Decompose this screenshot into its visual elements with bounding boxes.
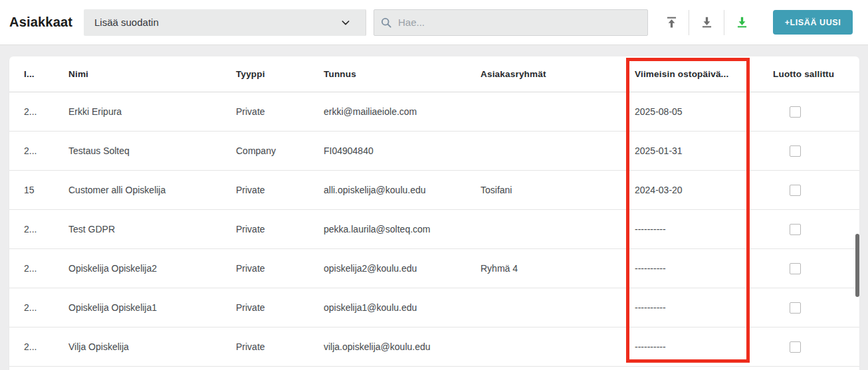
credit-checkbox[interactable] (790, 106, 801, 118)
credit-checkbox[interactable] (790, 341, 801, 353)
cell-last-purchase: ---------- (635, 302, 773, 313)
cell-code: opiskelija2@koulu.edu (324, 263, 481, 274)
cell-name: Opiskelija Opiskelija1 (68, 302, 236, 313)
upload-button[interactable] (657, 8, 685, 37)
table-row[interactable]: 2... Opiskelija Opiskelija1 Private opis… (9, 288, 859, 327)
cell-id: 2... (24, 224, 68, 234)
table-header-row: I... Nimi Tyyppi Tunnus Asiakasryhmät Vi… (9, 56, 859, 92)
cell-name: Customer alli Opiskelija (68, 185, 236, 195)
search-input[interactable] (398, 17, 624, 28)
cell-type: Private (236, 341, 324, 352)
upload-icon (665, 15, 679, 29)
filter-dropdown[interactable]: Lisää suodatin (84, 9, 366, 36)
table-row[interactable]: 2... Vilja Opiskelija Private vilja.opis… (9, 327, 859, 367)
table-row[interactable]: 2... Opiskelija Opiskelija2 Private opis… (9, 249, 859, 288)
cell-type: Private (236, 263, 324, 274)
cell-code: vilja.opiskelija@koulu.edu (324, 341, 481, 352)
download-button[interactable] (693, 8, 720, 37)
cell-name: Opiskelija Opiskelija2 (68, 263, 236, 274)
filter-dropdown-label: Lisää suodatin (94, 17, 159, 28)
cell-name: Erkki Eripura (68, 106, 236, 117)
table-row[interactable]: 2... Testaus Solteq Company FI04904840 2… (9, 132, 859, 171)
credit-checkbox[interactable] (790, 145, 801, 157)
cell-id: 2... (24, 263, 68, 274)
column-header-type[interactable]: Tyyppi (236, 69, 324, 79)
cell-type: Private (236, 106, 324, 117)
table-row[interactable]: 15 Customer alli Opiskelija Private alli… (9, 171, 859, 210)
search-icon (380, 16, 393, 29)
cell-type: Private (236, 185, 324, 195)
column-header-name[interactable]: Nimi (68, 69, 236, 79)
table-row[interactable]: 2... Test GDPR Private pekka.laurila@sol… (9, 210, 859, 249)
cell-id: 15 (24, 185, 68, 195)
cell-last-purchase: 2025-01-31 (635, 145, 773, 156)
credit-checkbox[interactable] (790, 263, 801, 274)
toolbar-divider (724, 10, 724, 35)
export-button[interactable] (728, 8, 756, 37)
toolbar: Asiakkaat Lisää suodatin (0, 0, 868, 45)
cell-name: Testaus Solteq (68, 145, 236, 156)
cell-code: opiskelija1@koulu.edu (324, 302, 481, 313)
table-row[interactable]: 2... Erkki Eripura Private erkki@mailiae… (9, 92, 859, 132)
cell-id: 2... (24, 341, 68, 352)
cell-groups: Tosifani (481, 185, 635, 195)
cell-last-purchase: 2024-03-20 (635, 185, 773, 195)
cell-type: Private (236, 302, 324, 313)
column-header-groups[interactable]: Asiakasryhmät (481, 69, 635, 79)
cell-code: erkki@mailiaeiole.com (324, 106, 481, 117)
column-header-last-purchase[interactable]: Viimeisin ostopäivä... (635, 69, 773, 79)
toolbar-icon-group (657, 8, 756, 37)
add-new-button[interactable]: +LISÄÄ UUSI (773, 10, 853, 35)
cell-name: Vilja Opiskelija (68, 341, 236, 352)
column-header-code[interactable]: Tunnus (324, 69, 481, 79)
credit-checkbox[interactable] (790, 302, 801, 314)
cell-type: Company (236, 145, 324, 156)
cell-code: alli.opiskelija@koulu.edu (324, 185, 481, 195)
cell-id: 2... (24, 106, 68, 117)
cell-id: 2... (24, 145, 68, 156)
cell-id: 2... (24, 302, 68, 313)
cell-last-purchase: ---------- (635, 263, 773, 274)
page-title: Asiakkaat (9, 15, 84, 30)
cell-code: pekka.laurila@solteq.com (324, 224, 481, 234)
cell-last-purchase: ---------- (635, 224, 773, 234)
cell-last-purchase: 2025-08-05 (635, 106, 773, 117)
column-header-credit[interactable]: Luotto sallittu (773, 69, 859, 79)
cell-type: Private (236, 224, 324, 234)
customers-table: I... Nimi Tyyppi Tunnus Asiakasryhmät Vi… (9, 56, 859, 370)
credit-checkbox[interactable] (790, 185, 801, 196)
toolbar-divider (689, 10, 689, 35)
chevron-down-icon (340, 17, 351, 31)
cell-groups: Ryhmä 4 (481, 263, 635, 274)
scrollbar-thumb[interactable] (855, 234, 859, 297)
cell-name: Test GDPR (68, 224, 236, 234)
cell-last-purchase: ---------- (635, 341, 773, 352)
cell-code: FI04904840 (324, 145, 481, 156)
search-field[interactable] (374, 9, 648, 36)
credit-checkbox[interactable] (790, 224, 801, 235)
column-header-id[interactable]: I... (24, 69, 68, 79)
download-icon (700, 15, 714, 29)
export-download-icon (735, 15, 749, 29)
